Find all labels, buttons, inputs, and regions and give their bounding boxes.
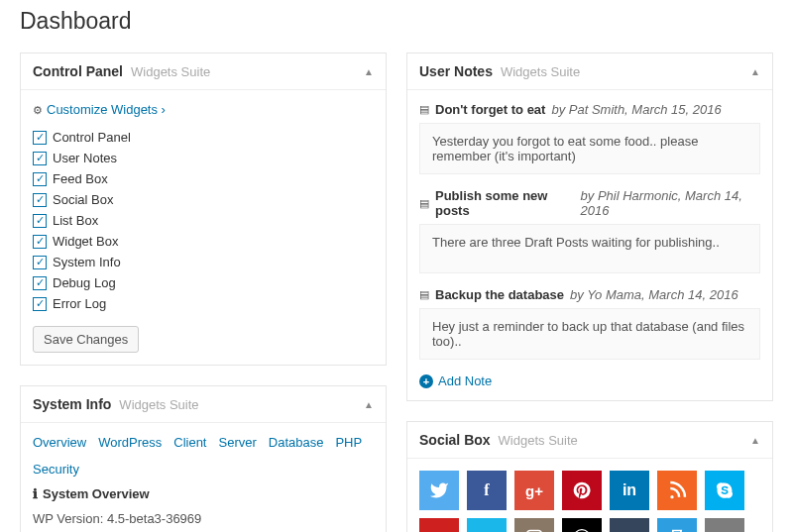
checkbox-label: System Info [53, 255, 121, 269]
wordpress-icon[interactable] [562, 518, 602, 532]
note-byline: by Pat Smith, March 15, 2016 [551, 102, 721, 117]
tab-wordpress[interactable]: WordPress [98, 435, 162, 450]
checkbox[interactable]: ✓ [33, 172, 47, 186]
tab-database[interactable]: Database [269, 435, 324, 450]
email-icon[interactable] [705, 518, 744, 532]
user-note: ▤Backup the database by Yo Mama, March 1… [419, 287, 760, 360]
checkbox[interactable]: ✓ [33, 297, 47, 311]
collapse-toggle[interactable]: ▲ [750, 435, 760, 446]
suite-label: Widgets Suite [131, 64, 210, 79]
gear-icon: ⚙ [33, 104, 43, 116]
box-header: User Notes Widgets Suite ▲ [407, 53, 772, 90]
checkbox-item: ✓User Notes [33, 148, 374, 168]
googleplus-icon[interactable]: g+ [514, 471, 554, 510]
note-body: Hey just a reminder to back up that data… [419, 308, 760, 360]
checkbox[interactable]: ✓ [33, 256, 47, 269]
checkbox[interactable]: ✓ [33, 235, 47, 249]
rss-icon[interactable] [657, 471, 697, 510]
tab-server[interactable]: Server [219, 435, 257, 450]
suite-label: Widgets Suite [501, 64, 580, 79]
checkbox-label: Control Panel [53, 130, 131, 145]
checkbox[interactable]: ✓ [33, 193, 47, 207]
skype-icon[interactable] [705, 471, 744, 510]
note-title: Backup the database [435, 287, 564, 302]
social-box: Social Box Widgets Suite ▲ fg+invt [406, 421, 773, 532]
checkbox[interactable]: ✓ [33, 131, 47, 145]
checkbox-label: Debug Log [53, 275, 116, 290]
checkbox-item: ✓Error Log [33, 293, 374, 314]
checkbox-label: Error Log [53, 296, 106, 311]
tab-security[interactable]: Security [33, 462, 79, 477]
page-title: Dashboard [20, 8, 773, 35]
info-icon: ℹ [33, 486, 38, 501]
checkbox-label: User Notes [53, 151, 117, 165]
collapse-toggle[interactable]: ▲ [364, 66, 374, 77]
system-info-title: System Info [33, 396, 111, 412]
social-box-title: Social Box [419, 432, 491, 448]
plus-icon: + [419, 374, 433, 388]
checkbox-item: ✓Control Panel [33, 127, 374, 148]
checkbox-label: List Box [53, 213, 98, 228]
note-body: There are three Draft Posts waiting for … [419, 224, 760, 273]
sys-wp-version: WP Version: 4.5-beta3-36969 [33, 511, 374, 526]
system-info-tabs: OverviewWordPressClientServerDatabasePHP… [33, 435, 374, 477]
system-info-box: System Info Widgets Suite ▲ OverviewWord… [20, 385, 387, 532]
suite-label: Widgets Suite [499, 433, 578, 448]
user-note: ▤Publish some new posts by Phil Harmonic… [419, 188, 760, 273]
foursquare-icon[interactable] [657, 518, 697, 532]
checkbox-label: Feed Box [53, 171, 108, 186]
collapse-toggle[interactable]: ▲ [750, 66, 760, 77]
checkbox-label: Social Box [53, 192, 113, 207]
document-icon: ▤ [419, 103, 429, 116]
suite-label: Widgets Suite [119, 397, 198, 412]
checkbox-item: ✓Widget Box [33, 231, 374, 252]
facebook-icon[interactable]: f [467, 471, 507, 510]
user-notes-box: User Notes Widgets Suite ▲ ▤Don't forget… [406, 53, 773, 401]
note-byline: by Phil Harmonic, March 14, 2016 [581, 188, 760, 218]
checkbox-item: ✓Social Box [33, 189, 374, 210]
save-changes-button[interactable]: Save Changes [33, 326, 139, 353]
note-title: Don't forget to eat [435, 102, 545, 117]
collapse-toggle[interactable]: ▲ [364, 399, 374, 410]
instagram-icon[interactable] [514, 518, 554, 532]
twitter-icon[interactable] [419, 471, 459, 510]
checkbox-label: Widget Box [53, 234, 118, 249]
box-header: Control Panel Widgets Suite ▲ [21, 53, 386, 90]
customize-widgets-link[interactable]: ⚙Customize Widgets › [33, 102, 374, 117]
checkbox[interactable]: ✓ [33, 214, 47, 228]
note-title: Publish some new posts [435, 188, 575, 218]
note-body: Yesterday you forgot to eat some food.. … [419, 123, 760, 174]
checkbox[interactable]: ✓ [33, 152, 47, 165]
tab-client[interactable]: Client [173, 435, 206, 450]
pinterest-icon[interactable] [562, 471, 602, 510]
checkbox-item: ✓List Box [33, 210, 374, 231]
control-panel-box: Control Panel Widgets Suite ▲ ⚙Customize… [20, 53, 387, 366]
tumblr-icon[interactable]: t [610, 518, 649, 532]
box-header: System Info Widgets Suite ▲ [21, 386, 386, 423]
system-overview-heading: ℹ System Overview [33, 486, 374, 501]
linkedin-icon[interactable]: in [610, 471, 649, 510]
checkbox-item: ✓System Info [33, 252, 374, 272]
box-header: Social Box Widgets Suite ▲ [407, 422, 772, 459]
youtube-icon[interactable] [419, 518, 459, 532]
checkbox-item: ✓Debug Log [33, 272, 374, 293]
checkbox-item: ✓Feed Box [33, 168, 374, 189]
user-notes-title: User Notes [419, 63, 493, 79]
vimeo-icon[interactable]: v [467, 518, 507, 532]
tab-overview[interactable]: Overview [33, 435, 86, 450]
add-note-button[interactable]: + Add Note [419, 373, 760, 388]
checkbox[interactable]: ✓ [33, 276, 47, 290]
document-icon: ▤ [419, 197, 429, 210]
control-panel-title: Control Panel [33, 63, 123, 79]
document-icon: ▤ [419, 288, 429, 301]
note-byline: by Yo Mama, March 14, 2016 [570, 287, 738, 302]
user-note: ▤Don't forget to eat by Pat Smith, March… [419, 102, 760, 174]
tab-php[interactable]: PHP [335, 435, 362, 450]
